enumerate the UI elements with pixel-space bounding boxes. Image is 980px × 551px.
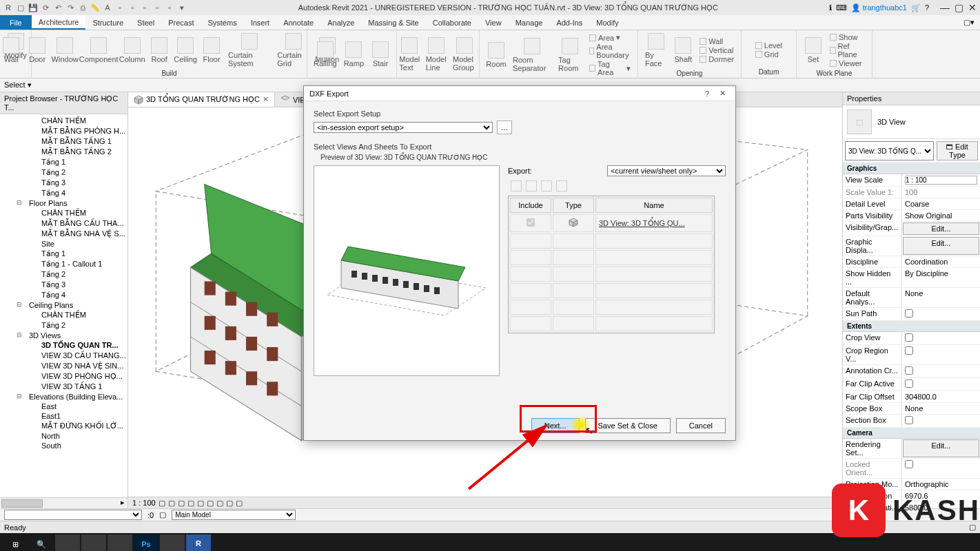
tab-manage[interactable]: Manage <box>509 15 550 30</box>
prop-value[interactable]: Edit... <box>903 237 979 255</box>
tree-item[interactable]: Tầng 3 <box>0 178 127 188</box>
tree-item[interactable]: Tầng 1 - Callout 1 <box>0 259 127 269</box>
tab-insert[interactable]: Insert <box>244 15 277 30</box>
vs-icon-6[interactable]: ▢ <box>207 499 214 508</box>
prop-value[interactable] <box>902 308 980 320</box>
tree-item[interactable]: MẶT BẰNG TẦNG 2 <box>0 147 127 157</box>
minimize-icon[interactable]: — <box>940 3 950 12</box>
save-icon[interactable]: 💾 <box>28 2 39 13</box>
close-icon[interactable]: ✕ <box>968 3 977 12</box>
prop-value[interactable]: By Discipline <box>902 268 980 287</box>
tree-item[interactable]: Tầng 2 <box>0 269 127 280</box>
more-4-icon[interactable]: ▫ <box>152 2 163 13</box>
tree-item[interactable]: CHÂN THỀM <box>0 310 127 320</box>
tag-room-button[interactable]: Tag Room <box>555 37 585 74</box>
tab-collaborate[interactable]: Collaborate <box>426 15 478 30</box>
tree-item[interactable]: MẶT BẰNG CẦU THA... <box>0 218 127 229</box>
railing-button[interactable]: Railing <box>311 40 340 69</box>
export-scope-select[interactable]: <current view/sheet only> <box>607 165 726 176</box>
start-icon[interactable]: ⊞ <box>3 534 28 551</box>
window-button[interactable]: Window <box>51 36 79 65</box>
tab-systems[interactable]: Systems <box>201 15 243 30</box>
tree-item[interactable]: Site <box>0 239 127 249</box>
tree-item[interactable]: VIEW 3D CẦU THANG... <box>0 351 127 361</box>
grid-button[interactable]: Grid <box>755 50 782 59</box>
redo-icon[interactable]: ↷ <box>65 2 76 13</box>
tree-item[interactable]: Tầng 2 <box>0 320 127 331</box>
vs-icon-4[interactable]: ▢ <box>187 499 194 508</box>
more-2-icon[interactable]: ▫ <box>127 2 138 13</box>
maximize-icon[interactable]: ▢ <box>954 3 963 12</box>
shaft-button[interactable]: Shaft <box>671 36 695 65</box>
column-button[interactable]: Column <box>119 36 145 65</box>
tree-item[interactable]: North <box>0 431 127 441</box>
dialog-titlebar[interactable]: DXF Export ? ✕ <box>304 86 735 101</box>
new-set-icon[interactable] <box>511 180 522 191</box>
area-boundary-button[interactable]: Area Boundary <box>589 43 631 59</box>
vs-icon-1[interactable]: ▢ <box>159 499 165 508</box>
vs-icon-3[interactable]: ▢ <box>178 499 185 508</box>
mm-icon-1[interactable]: ▢ <box>159 510 166 519</box>
prop-value[interactable]: 100 <box>902 187 980 198</box>
export-setup-select[interactable]: <in-session export setup> <box>314 122 493 133</box>
prop-value[interactable]: None <box>902 288 980 307</box>
tree-item[interactable]: Ceiling Plans <box>0 300 127 310</box>
dialog-close-icon[interactable]: ✕ <box>715 89 730 98</box>
roof-button[interactable]: Roof <box>147 36 172 65</box>
by-face-button[interactable]: By Face <box>642 32 669 69</box>
tree-item[interactable]: Tầng 1 <box>0 249 127 259</box>
tree-item[interactable]: Floor Plans <box>0 198 127 208</box>
tree-item[interactable]: Tầng 3 <box>0 280 127 290</box>
tree-item[interactable]: VIEW 3D TẦNG 1 <box>0 382 127 392</box>
prop-value[interactable]: 304800.0 <box>902 391 980 402</box>
th-type[interactable]: Type <box>553 198 594 213</box>
delete-set-icon[interactable] <box>556 180 567 191</box>
taskbar-security-icon[interactable] <box>160 534 185 551</box>
prop-value[interactable] <box>902 365 980 377</box>
tag-area-button[interactable]: Tag Area ▾ <box>589 60 631 76</box>
door-button[interactable]: Door <box>25 36 50 65</box>
prop-section-header[interactable]: Camera <box>843 428 980 439</box>
tree-item[interactable]: CHÂN THỀM <box>0 208 127 218</box>
ramp-button[interactable]: Ramp <box>341 40 367 69</box>
vs-icon-2[interactable]: ▢ <box>168 499 175 508</box>
room-separator-button[interactable]: Room Separator <box>510 37 554 74</box>
tab-annotate[interactable]: Annotate <box>276 15 320 30</box>
user-badge[interactable]: 👤 trangthuabc1 <box>851 3 907 12</box>
type-selector[interactable]: ⬚ 3D View <box>843 105 980 139</box>
tree-item[interactable]: East <box>0 402 127 411</box>
main-model-select[interactable]: Main Model <box>172 510 296 520</box>
prop-checkbox[interactable] <box>905 460 913 468</box>
tab-steel[interactable]: Steel <box>130 15 161 30</box>
print-icon[interactable]: ⎙ <box>77 2 88 13</box>
rename-set-icon[interactable] <box>541 180 552 191</box>
prop-value[interactable]: Show Original <box>902 210 980 221</box>
setup-options-button[interactable]: … <box>497 121 512 134</box>
level-button[interactable]: Level <box>755 41 782 50</box>
floor-button[interactable]: Floor <box>199 36 224 65</box>
th-name[interactable]: Name <box>595 198 713 213</box>
prop-value[interactable]: None <box>902 403 980 414</box>
vertical-button[interactable]: Vertical <box>700 46 734 54</box>
prop-value[interactable]: Edit... <box>903 222 979 235</box>
vs-icon-7[interactable]: ▢ <box>216 499 223 508</box>
model-group-button[interactable]: Model Group <box>450 36 479 73</box>
view-scale-label[interactable]: 1 : 100 <box>132 499 156 507</box>
view-select[interactable]: 3D View: 3D TỔNG Q... <box>845 141 934 160</box>
cancel-button[interactable]: Cancel <box>676 418 726 433</box>
tree-item[interactable]: MẶT BẰNG NHÀ VỆ S... <box>0 229 127 239</box>
more-5-icon[interactable]: ▫ <box>164 2 175 13</box>
prop-value[interactable] <box>902 332 980 344</box>
more-1-icon[interactable]: ▫ <box>114 2 125 13</box>
prop-value[interactable] <box>902 378 980 391</box>
view-tab-close-icon[interactable]: ✕ <box>263 95 269 104</box>
area-button[interactable]: Area ▾ <box>589 33 631 42</box>
tree-item[interactable]: Tầng 4 <box>0 188 127 198</box>
taskbar-explorer-icon[interactable] <box>55 534 80 551</box>
prop-value[interactable]: Coordination <box>902 256 980 267</box>
tab-view[interactable]: View <box>478 15 509 30</box>
tab-modify[interactable]: Modify <box>589 15 625 30</box>
prop-value[interactable]: Edit... <box>903 439 979 457</box>
curtain-system-button[interactable]: Curtain System <box>225 32 273 69</box>
set-button[interactable]: Set <box>801 36 826 65</box>
